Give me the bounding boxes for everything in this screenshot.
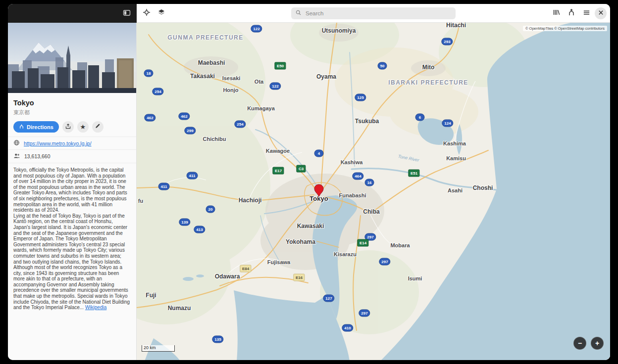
population-row: 13,613,660 [8, 149, 136, 163]
search-icon [295, 9, 302, 18]
layers-icon [157, 8, 165, 18]
sidebar-toggle-icon [123, 9, 131, 18]
place-sidebar: Tokyo 東京都 Directions ★ [8, 23, 137, 360]
description-paragraph-2-text: Lying at the head of Tokyo Bay, Tokyo is… [13, 213, 130, 311]
sidebar-headerbar [8, 4, 137, 23]
share-export-icon [65, 123, 71, 131]
star-icon: ★ [80, 123, 86, 131]
search-bar [291, 7, 456, 19]
headerbar [8, 4, 610, 23]
zoom-in-button[interactable]: + [591, 337, 604, 350]
map-viewport[interactable]: 122293E50501812225412546246225429961244E… [137, 23, 610, 360]
primary-menu-button[interactable] [580, 7, 593, 20]
routes-button[interactable] [565, 7, 578, 20]
pencil-icon [95, 123, 101, 131]
directions-label: Directions [27, 124, 53, 130]
window-close-button[interactable] [595, 7, 607, 19]
people-icon [13, 152, 20, 160]
website-link[interactable]: https://www.metro.tokyo.lg.jp/ [24, 140, 92, 146]
population-value: 13,613,660 [24, 153, 51, 159]
share-button[interactable] [62, 121, 74, 133]
favorite-button[interactable]: ★ [77, 121, 89, 133]
description-paragraph-1: Tokyo, officially the Tokyo Metropolis, … [13, 167, 131, 213]
hamburger-menu-icon [583, 9, 590, 18]
edit-button[interactable] [92, 121, 103, 133]
app-window: Tokyo 東京都 Directions ★ [8, 4, 610, 360]
place-subtitle: 東京都 [13, 109, 131, 116]
place-title: Tokyo [13, 99, 131, 107]
library-books-icon [553, 8, 561, 18]
main-headerbar [137, 4, 610, 23]
search-input[interactable] [305, 10, 452, 17]
content-row: Tokyo 東京都 Directions ★ [8, 23, 610, 360]
directions-button[interactable]: Directions [13, 121, 59, 133]
library-button[interactable] [550, 7, 563, 20]
wikipedia-link[interactable]: Wikipedia [85, 305, 106, 310]
header-right-group [549, 7, 608, 20]
sidebar-toggle-button[interactable] [120, 7, 133, 20]
website-row: https://www.metro.tokyo.lg.jp/ [8, 136, 136, 149]
directions-icon [19, 124, 24, 130]
description-paragraph-2: Lying at the head of Tokyo Bay, Tokyo is… [13, 213, 131, 311]
close-icon [598, 9, 604, 17]
tokyo-skyline-photo [8, 23, 137, 93]
locate-crosshair-icon [143, 8, 151, 18]
map-attribution[interactable]: © OpenMapTiles © OpenStreetMap contribut… [523, 26, 607, 31]
place-photo [8, 23, 137, 93]
go-to-current-location-button[interactable] [140, 7, 153, 20]
map-scale-bar: 20 km [142, 345, 175, 352]
globe-icon [13, 139, 20, 147]
layers-button[interactable] [155, 7, 168, 20]
place-marker-pin[interactable] [313, 184, 324, 200]
place-description: Tokyo, officially the Tokyo Metropolis, … [8, 163, 136, 315]
place-actions: Directions ★ [13, 121, 131, 133]
map-base-graphics [137, 23, 610, 360]
zoom-out-button[interactable]: − [573, 337, 586, 350]
place-card: Tokyo 東京都 Directions ★ [8, 93, 136, 136]
route-fork-icon [567, 8, 575, 18]
